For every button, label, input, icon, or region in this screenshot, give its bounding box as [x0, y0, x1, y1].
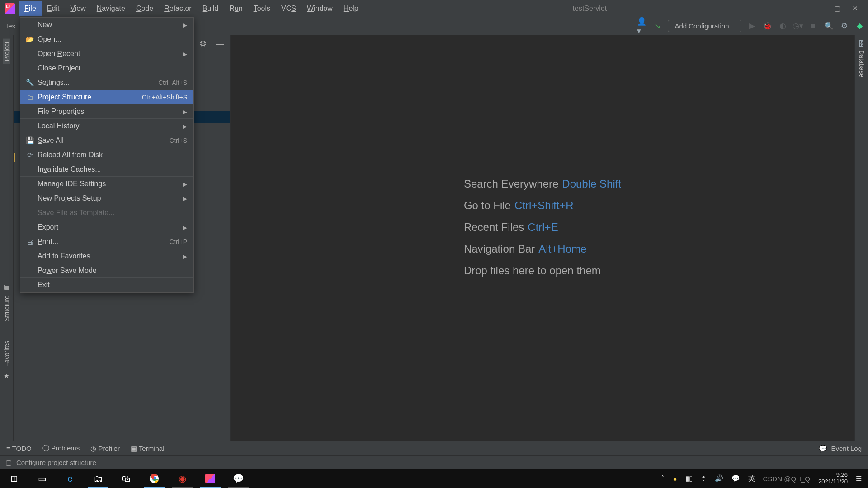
menu-refactor[interactable]: Refactor — [159, 1, 197, 16]
menu-tools[interactable]: Tools — [248, 1, 276, 16]
menu-save-template: Save File as Template... — [20, 206, 193, 220]
stop-icon[interactable]: ■ — [808, 21, 818, 31]
file-menu-dropdown: New▶ 📂Open... Open Recent▶ Close Project… — [20, 17, 194, 293]
tool-eventlog[interactable]: 💬 Event Log — [819, 445, 862, 453]
action-center-icon[interactable]: ☰ — [856, 474, 862, 483]
structure-icon: 🗂 — [25, 94, 35, 101]
star-icon: ★ — [4, 372, 9, 380]
menu-close-project[interactable]: Close Project — [20, 61, 193, 75]
maximize-icon[interactable]: ▢ — [834, 5, 840, 13]
tool-profiler[interactable]: ◷ Profiler — [90, 445, 120, 453]
codewithme-icon[interactable]: 👤▾ — [637, 21, 647, 31]
netease-button[interactable]: ◉ — [168, 469, 196, 488]
hint-recent-files: Recent FilesCtrl+E — [464, 216, 621, 238]
menu-reload-disk[interactable]: ⟳Reload All from Disk — [20, 148, 193, 162]
statusbar-icon[interactable]: ▢ — [5, 459, 12, 467]
tool-terminal[interactable]: ▣ Terminal — [131, 445, 165, 453]
app-icon — [5, 3, 15, 14]
toolbox-icon[interactable]: ◆ — [854, 21, 864, 31]
menu-local-history[interactable]: Local History▶ — [20, 119, 193, 133]
bottom-tool-buttons: ≡ TODO ⓘ Problems ◷ Profiler ▣ Terminal … — [0, 441, 868, 455]
right-gutter: 🗄 Database — [854, 35, 868, 441]
menu-export[interactable]: Export▶ — [20, 220, 193, 235]
menu-code[interactable]: Code — [131, 1, 159, 16]
wifi-icon[interactable]: ⇡ — [701, 474, 707, 483]
notification-icon[interactable]: 💬 — [731, 474, 740, 483]
volume-icon[interactable]: 🔊 — [715, 474, 723, 483]
folder-icon: 📂 — [25, 35, 35, 43]
menu-new-projects-setup[interactable]: New Projects Setup▶ — [20, 191, 193, 206]
menu-manage-ide[interactable]: Manage IDE Settings▶ — [20, 177, 193, 191]
menu-file[interactable]: File — [19, 1, 42, 16]
menu-open[interactable]: 📂Open... — [20, 32, 193, 47]
wrench-icon: 🔧 — [25, 79, 35, 87]
menu-add-favorites[interactable]: Add to Favorites▶ — [20, 249, 193, 263]
windows-taskbar: ⊞ ▭ e 🗂 🛍 ◉ 💬 ˄ ● ▮▯ ⇡ 🔊 💬 英 CSDN @QH_Q … — [0, 469, 868, 488]
editor-area[interactable]: Search EverywhereDouble Shift Go to File… — [231, 35, 854, 441]
minimize-icon[interactable]: — — [816, 5, 822, 13]
menu-print[interactable]: 🖨Print...Ctrl+P — [20, 235, 193, 249]
tray-expand-icon[interactable]: ˄ — [661, 474, 665, 483]
watermark: CSDN @QH_Q — [763, 475, 810, 483]
tool-problems[interactable]: ⓘ Problems — [42, 444, 80, 453]
ime-indicator[interactable]: 英 — [748, 474, 755, 483]
tray-app-icon[interactable]: ● — [673, 475, 677, 483]
menu-file-properties[interactable]: File Properties▶ — [20, 104, 193, 119]
menu-new[interactable]: New▶ — [20, 18, 193, 32]
chrome-button[interactable] — [140, 469, 168, 488]
coverage-icon[interactable]: ◐ — [778, 21, 788, 31]
close-icon[interactable]: ✕ — [852, 5, 858, 13]
menu-build[interactable]: Build — [197, 1, 224, 16]
menu-vcs[interactable]: VCS — [276, 1, 302, 16]
system-tray: ˄ ● ▮▯ ⇡ 🔊 💬 英 CSDN @QH_Q 9:262021/11/20… — [661, 472, 868, 485]
wechat-button[interactable]: 💬 — [224, 469, 252, 488]
menu-power-save[interactable]: Power Save Mode — [20, 263, 193, 278]
profile-icon[interactable]: ◷▾ — [793, 21, 803, 31]
status-bar: ▢ Configure project structure — [0, 455, 868, 469]
menu-help[interactable]: Help — [338, 1, 364, 16]
hint-nav-bar: Navigation BarAlt+Home — [464, 238, 621, 260]
status-text: Configure project structure — [16, 459, 96, 466]
hammer-icon[interactable]: ↘ — [652, 21, 662, 31]
menu-navigate[interactable]: Navigate — [91, 1, 131, 16]
battery-icon[interactable]: ▮▯ — [685, 474, 693, 483]
add-configuration-button[interactable]: Add Configuration... — [668, 20, 741, 32]
title-bar: File Edit View Navigate Code Refactor Bu… — [0, 0, 868, 17]
start-button[interactable]: ⊞ — [0, 469, 28, 488]
print-icon: 🖨 — [25, 238, 35, 246]
run-icon[interactable]: ▶ — [747, 21, 757, 31]
clock[interactable]: 9:262021/11/20 — [818, 472, 848, 485]
breadcrumb[interactable]: tes — [4, 22, 15, 30]
search-icon[interactable]: 🔍 — [824, 21, 834, 31]
explorer-button[interactable]: 🗂 — [84, 469, 112, 488]
menu-window[interactable]: Window — [302, 1, 338, 16]
menu-run[interactable]: Run — [224, 1, 248, 16]
collapse-icon[interactable]: — — [216, 39, 224, 49]
save-icon: 💾 — [25, 136, 35, 145]
reload-icon: ⟳ — [25, 151, 35, 159]
gear-icon[interactable]: ⚙ — [199, 39, 207, 49]
menu-edit[interactable]: Edit — [42, 1, 65, 16]
menu-open-recent[interactable]: Open Recent▶ — [20, 47, 193, 61]
menu-exit[interactable]: Exit — [20, 278, 193, 292]
intellij-button[interactable] — [196, 469, 224, 488]
hint-search-everywhere: Search EverywhereDouble Shift — [464, 173, 621, 195]
empty-state-hints: Search EverywhereDouble Shift Go to File… — [464, 173, 621, 282]
hint-goto-file: Go to FileCtrl+Shift+R — [464, 195, 621, 216]
tool-database[interactable]: Database — [858, 47, 865, 80]
menu-invalidate-caches[interactable]: Invalidate Caches... — [20, 162, 193, 177]
menu-project-structure[interactable]: 🗂Project Structure...Ctrl+Alt+Shift+S — [20, 90, 193, 104]
task-view-button[interactable]: ▭ — [28, 469, 56, 488]
tool-favorites[interactable]: Favorites — [3, 338, 10, 370]
store-button[interactable]: 🛍 — [112, 469, 140, 488]
tool-todo[interactable]: ≡ TODO — [6, 445, 32, 452]
menu-settings[interactable]: 🔧Settings...Ctrl+Alt+S — [20, 75, 193, 90]
debug-icon[interactable]: 🐞 — [762, 21, 772, 31]
edge-button[interactable]: e — [56, 469, 84, 488]
tool-structure[interactable]: Structure — [3, 293, 10, 324]
menu-view[interactable]: View — [65, 1, 91, 16]
tool-project[interactable]: Project — [3, 39, 10, 64]
settings-icon[interactable]: ⚙ — [839, 21, 849, 31]
left-gutter: Project ▦ Structure Favorites ★ — [0, 35, 14, 441]
menu-save-all[interactable]: 💾Save AllCtrl+S — [20, 133, 193, 148]
